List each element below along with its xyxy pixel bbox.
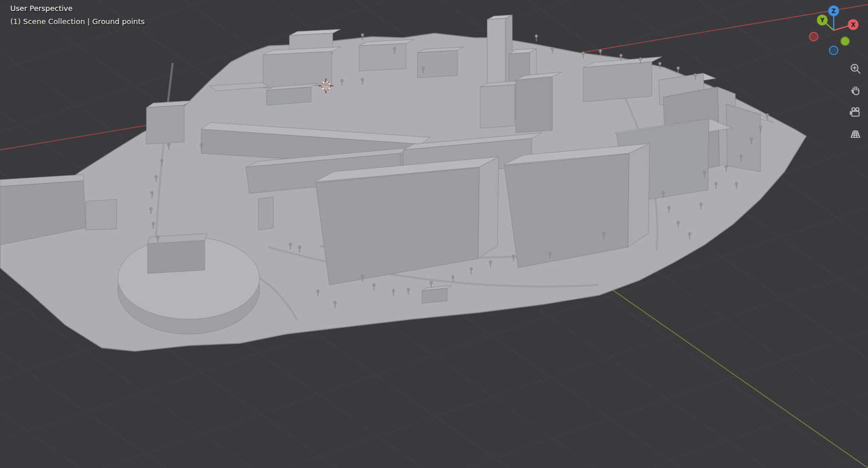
toggle-perspective-button[interactable] [847,126,863,142]
gizmo-neg-z-ball[interactable] [830,46,838,55]
gizmo-neg-x-ball[interactable] [810,33,818,41]
grid-perspective-icon [849,128,862,140]
navigation-gizmo[interactable]: Z Y X [809,1,863,58]
view-mode-label: User Perspective [10,2,145,15]
viewport-3d-scene[interactable] [0,0,868,468]
viewport-header: User Perspective (1) Scene Collection | … [10,2,145,29]
gizmo-y-label: Y [819,17,825,23]
breadcrumb: (1) Scene Collection | Ground points [10,15,145,29]
pan-view-button[interactable] [847,82,863,98]
magnifier-plus-icon [849,62,862,75]
hand-icon [849,84,862,97]
gizmo-x-label: X [851,22,855,28]
camera-view-button[interactable] [847,104,863,120]
zoom-button[interactable] [847,61,863,77]
camera-icon [849,106,862,118]
3d-viewport[interactable]: User Perspective (1) Scene Collection | … [0,0,868,468]
gizmo-z-label: Z [831,8,835,14]
viewport-toolbar [847,61,863,142]
gizmo-neg-y-ball[interactable] [841,37,850,46]
